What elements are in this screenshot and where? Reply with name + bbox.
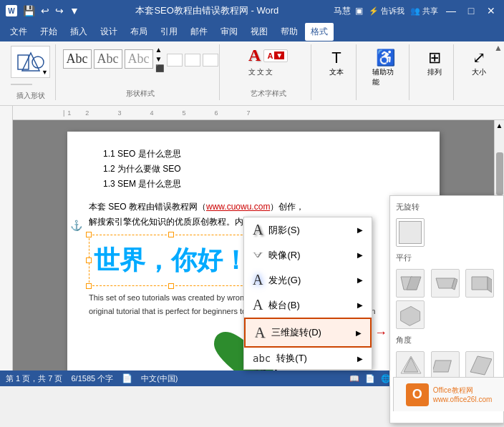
effects-btn[interactable] xyxy=(203,54,218,67)
parallel-btn-1[interactable] xyxy=(396,269,425,298)
arrange-group: ⊞ 排列 xyxy=(415,44,455,100)
handle-bl[interactable] xyxy=(86,283,92,289)
share-button[interactable]: 👥 共享 xyxy=(410,6,438,16)
menu-mailings[interactable]: 邮件 xyxy=(185,23,213,41)
menu-format[interactable]: 格式 xyxy=(305,23,334,41)
main-area: | 1 2 3 4 5 6 7 ⚓ 1.1 SEO 是什么意思 1.2 为什么要… xyxy=(0,106,504,370)
menu-view[interactable]: 视图 xyxy=(245,23,273,41)
menu-bar: 文件 开始 插入 设计 布局 引用 邮件 审阅 视图 帮助 格式 xyxy=(0,21,504,41)
text-effects-dropdown: A 阴影(S) ▶ A 映像(R) ▶ A 发光(G) ▶ A 棱台(B) ▶ … xyxy=(243,217,372,370)
tell-me-button[interactable]: ⚡ 告诉我 xyxy=(369,6,404,16)
minimize-button[interactable]: — xyxy=(444,4,458,18)
handle-lc[interactable] xyxy=(86,257,92,263)
ribbon-collapse-btn[interactable]: ▲ xyxy=(494,43,503,53)
menu-design[interactable]: 设计 xyxy=(94,23,123,41)
menu-references[interactable]: 引用 xyxy=(155,23,183,41)
shadow-a-icon: A xyxy=(253,222,263,238)
word-count: 6/1585 个字 xyxy=(71,373,113,384)
no-rotation-grid xyxy=(396,218,498,247)
word-app-icon: W xyxy=(6,5,17,16)
insert-shape-btn[interactable]: ▼ xyxy=(11,46,50,78)
menu-layout[interactable]: 布局 xyxy=(125,23,153,41)
text-outline-label: 文 xyxy=(257,67,264,77)
assist-label: 辅助功能 xyxy=(372,67,399,87)
redo-button[interactable]: ↪ xyxy=(54,4,65,18)
bevel-label: 棱台(B) xyxy=(268,299,299,312)
glow-a-icon: A xyxy=(253,272,263,288)
text-effect-button[interactable]: A ▼ xyxy=(263,49,288,62)
dropdown-reflection[interactable]: A 映像(R) ▶ xyxy=(244,242,372,268)
styles-up-btn[interactable]: ▲ xyxy=(155,46,164,54)
selection-box[interactable]: 世界，你好！ xyxy=(89,235,253,286)
parallel-btn-4[interactable] xyxy=(396,300,425,329)
3d-rotation-label: 三维旋转(D) xyxy=(271,326,321,339)
scroll-up-btn[interactable]: ▲ xyxy=(495,120,504,131)
glow-arrow-icon: ▶ xyxy=(357,276,363,284)
art-text-label: 艺术字样式 xyxy=(251,89,286,99)
flat-square-icon xyxy=(399,221,422,244)
reflection-arrow-icon: ▶ xyxy=(357,251,363,259)
outline-item-2: 1.2 为什么要做 SEO xyxy=(89,162,418,176)
text-group: T 文本 xyxy=(317,44,357,100)
dropdown-bevel[interactable]: A 棱台(B) ▶ xyxy=(244,293,372,318)
insert-shape-buttons: ▼ xyxy=(11,46,50,89)
styles-down-btn[interactable]: ▼ xyxy=(155,55,164,63)
view-print-btn[interactable]: 📄 xyxy=(365,374,375,383)
text-effect-underline: ▼ xyxy=(274,51,284,59)
art-text-content: A A ▼ 文 文 文 xyxy=(248,46,288,77)
outline-item-1: 1.1 SEO 是什么意思 xyxy=(89,147,418,161)
menu-review[interactable]: 审阅 xyxy=(215,23,243,41)
text-effect-a2-label: 文 xyxy=(266,67,273,77)
text-btn[interactable]: T 文本 xyxy=(322,46,351,80)
view-read-btn[interactable]: 📖 xyxy=(349,374,359,383)
menu-file[interactable]: 文件 xyxy=(4,23,33,41)
menu-help[interactable]: 帮助 xyxy=(275,23,304,41)
svg-marker-10 xyxy=(472,277,488,290)
dropdown-glow[interactable]: A 发光(G) ▶ xyxy=(244,268,372,293)
shape-styles-group: Abc Abc Abc ▲ ▼ ⬛ 形状样式 xyxy=(62,44,220,100)
text-fill-label: 文 xyxy=(248,67,256,77)
size-btn[interactable]: ⤢ 大小 xyxy=(465,46,493,80)
quick-access-toolbar: 💾 ↩ ↪ ▼ xyxy=(21,4,81,18)
style-box-2[interactable]: Abc xyxy=(94,49,122,69)
style-box-3[interactable]: Abc xyxy=(125,49,153,69)
parallel-btn-2[interactable] xyxy=(431,269,460,298)
maximize-button[interactable]: □ xyxy=(464,4,478,18)
user-area: 马慧 ▣ xyxy=(334,5,363,17)
close-button[interactable]: ✕ xyxy=(484,4,498,18)
body-text-1: 本套 SEO 教程由错误教程网（ xyxy=(89,202,206,212)
title-bar-right: 马慧 ▣ ⚡ 告诉我 👥 共享 — □ ✕ xyxy=(334,4,498,18)
fill-color-btn[interactable] xyxy=(167,54,183,67)
dropdown-shadow[interactable]: A 阴影(S) ▶ xyxy=(244,217,372,242)
parallel-btn-3[interactable] xyxy=(465,269,494,298)
undo-button[interactable]: ↩ xyxy=(39,4,51,18)
save-button[interactable]: 💾 xyxy=(21,4,37,18)
selected-text-container: 世界，你好！ xyxy=(89,235,253,286)
handle-tl[interactable] xyxy=(86,232,92,237)
style-box-1[interactable]: Abc xyxy=(63,49,92,69)
customize-qa-button[interactable]: ▼ xyxy=(68,4,81,18)
dropdown-3d-rotation[interactable]: A 三维旋转(D) ▶ → xyxy=(244,318,372,348)
angle-btn-1[interactable] xyxy=(396,351,425,380)
dropdown-transform[interactable]: abc 转换(T) ▶ xyxy=(244,348,372,369)
handle-tc[interactable] xyxy=(168,232,174,237)
menu-home[interactable]: 开始 xyxy=(34,23,63,41)
size-icon: ⤢ xyxy=(472,49,485,67)
outline-btn[interactable] xyxy=(185,54,200,67)
shadow-arrow-icon: ▶ xyxy=(357,226,363,234)
status-left: 第 1 页，共 7 页 6/1585 个字 📄 中文(中国) xyxy=(6,373,178,384)
parallel-grid xyxy=(396,269,498,329)
no-rotation-btn[interactable] xyxy=(396,218,425,247)
scroll-thumb[interactable] xyxy=(496,152,503,195)
group-button[interactable]: ▣ xyxy=(355,6,363,16)
menu-insert[interactable]: 插入 xyxy=(64,23,93,41)
angle-btn-3[interactable] xyxy=(465,351,494,380)
svg-marker-11 xyxy=(488,277,492,293)
angle-btn-2[interactable] xyxy=(431,351,460,380)
document-title: 本套SEO教程由错误教程网 - Word xyxy=(81,4,334,17)
styles-more-btn[interactable]: ⬛ xyxy=(155,64,164,72)
body-text-line1: 本套 SEO 教程由错误教程网（www.cuowu.com）创作， xyxy=(89,200,418,214)
arrange-btn[interactable]: ⊞ 排列 xyxy=(420,46,449,80)
handle-bc[interactable] xyxy=(168,283,174,289)
assist-btn[interactable]: ♿ 辅助功能 xyxy=(368,46,403,90)
